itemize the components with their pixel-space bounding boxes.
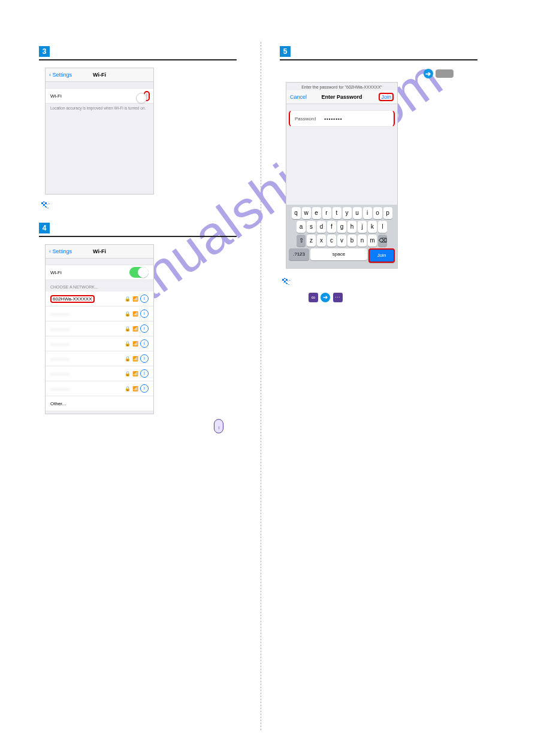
key-j[interactable]: j bbox=[358, 221, 367, 233]
key-z[interactable]: z bbox=[307, 235, 316, 247]
back-button[interactable]: ‹ Settings bbox=[49, 248, 72, 254]
key-c[interactable]: c bbox=[327, 235, 336, 247]
network-row[interactable]: ———— 🔒📶i bbox=[46, 366, 153, 381]
key-p[interactable]: p bbox=[383, 207, 392, 219]
network-row[interactable]: ———— 🔒📶i bbox=[46, 336, 153, 351]
key-t[interactable]: t bbox=[333, 207, 341, 219]
key-i[interactable]: i bbox=[363, 207, 372, 219]
icon-sequence: ∞ ➔ ⋯ bbox=[309, 292, 477, 302]
password-field-row: Password •••••••• bbox=[289, 110, 395, 127]
screenshot-wifi-off: ‹ Settings Wi-Fi Wi-Fi Location accuracy… bbox=[45, 68, 154, 195]
link-icon: ∞ bbox=[309, 293, 318, 302]
step-5-header: 5 bbox=[280, 45, 477, 57]
nav-bar: ‹ Settings Wi-Fi bbox=[46, 68, 153, 82]
choose-network-header: CHOOSE A NETWORK... bbox=[46, 280, 153, 292]
other-network-row[interactable]: Other... bbox=[46, 396, 153, 411]
info-icon[interactable]: i bbox=[140, 384, 149, 393]
key-q[interactable]: q bbox=[292, 207, 301, 219]
info-icon[interactable]: i bbox=[140, 294, 149, 303]
flag-icon bbox=[282, 277, 291, 286]
highlight-wifi-toggle bbox=[144, 91, 150, 101]
key-l[interactable]: l bbox=[378, 221, 387, 233]
key-join[interactable]: Join bbox=[368, 248, 395, 263]
network-row-target[interactable]: 602HWa-XXXXXX 🔒 📶 i bbox=[46, 292, 153, 306]
step-4-rule bbox=[39, 236, 237, 237]
key-n[interactable]: n bbox=[358, 235, 367, 247]
key-w[interactable]: w bbox=[302, 207, 311, 219]
key-y[interactable]: y bbox=[343, 207, 352, 219]
wifi-icon: 📶 bbox=[132, 341, 138, 347]
lock-icon: 🔒 bbox=[125, 386, 131, 391]
wifi-icon: 📶 bbox=[132, 386, 138, 391]
wifi-toggle-off[interactable] bbox=[146, 93, 147, 99]
wifi-icon: 📶 bbox=[132, 311, 138, 317]
info-icon: i bbox=[218, 426, 219, 430]
wifi-help-text: Location accuracy is improved when Wi-Fi… bbox=[46, 104, 153, 113]
key-g[interactable]: g bbox=[337, 221, 346, 233]
key-e[interactable]: e bbox=[312, 207, 321, 219]
lock-icon: 🔒 bbox=[125, 371, 131, 377]
step-number-5: 5 bbox=[280, 46, 291, 57]
wifi-icon: 📶 bbox=[132, 326, 138, 332]
key-r[interactable]: r bbox=[322, 207, 331, 219]
key-x[interactable]: x bbox=[317, 235, 326, 247]
inline-info-hint: i bbox=[39, 419, 223, 433]
flag-icon bbox=[41, 201, 50, 209]
key-b[interactable]: b bbox=[347, 235, 356, 247]
lock-icon: 🔒 bbox=[125, 341, 131, 347]
key-space[interactable]: space bbox=[310, 248, 367, 260]
info-icon[interactable]: i bbox=[140, 324, 149, 333]
network-row[interactable]: ———— 🔒📶i bbox=[46, 351, 153, 366]
finish-flag-3 bbox=[41, 201, 237, 211]
lock-icon: 🔒 bbox=[125, 356, 131, 362]
nav-bar: ‹ Settings Wi-Fi bbox=[46, 245, 153, 259]
link-icon: ⋯ bbox=[333, 293, 343, 302]
cancel-button[interactable]: Cancel bbox=[290, 94, 307, 100]
network-row[interactable]: ———— 🔒📶i bbox=[46, 306, 153, 321]
network-row[interactable]: ———— 🔒📶i bbox=[46, 321, 153, 336]
arrow-icon: ➔ bbox=[321, 293, 330, 302]
key-f[interactable]: f bbox=[327, 221, 336, 233]
key-s[interactable]: s bbox=[307, 221, 316, 233]
highlight-ssid: 602HWa-XXXXXX bbox=[50, 295, 95, 303]
key-d[interactable]: d bbox=[317, 221, 326, 233]
key-v[interactable]: v bbox=[337, 235, 346, 247]
screenshot-enter-password: Enter the password for "602HWa-XXXXXX" C… bbox=[286, 82, 398, 269]
key-a[interactable]: a bbox=[297, 221, 306, 233]
key-k[interactable]: k bbox=[368, 221, 377, 233]
arrow-hint-row: ➔ bbox=[280, 68, 477, 78]
step-3-header: 3 bbox=[39, 45, 237, 57]
wifi-icon: 📶 bbox=[132, 356, 138, 362]
network-row[interactable]: ———— 🔒📶i bbox=[46, 381, 153, 396]
back-button[interactable]: ‹ Settings bbox=[49, 72, 72, 78]
wifi-icon: 📶 bbox=[132, 371, 138, 377]
key-u[interactable]: u bbox=[353, 207, 362, 219]
step-4-header: 4 bbox=[39, 222, 237, 233]
join-button[interactable]: Join bbox=[379, 93, 394, 101]
info-icon[interactable]: i bbox=[140, 309, 149, 318]
step-5-rule bbox=[280, 59, 477, 60]
step-number-4: 4 bbox=[39, 223, 50, 233]
key-backspace[interactable]: ⌫ bbox=[378, 235, 387, 247]
key-numeric[interactable]: .?123 bbox=[289, 248, 309, 260]
step-3-rule bbox=[39, 59, 237, 60]
wifi-icon: 📶 bbox=[132, 296, 138, 302]
info-icon[interactable]: i bbox=[140, 354, 149, 363]
lock-icon: 🔒 bbox=[125, 296, 131, 302]
wifi-toggle-on[interactable] bbox=[129, 267, 149, 278]
lock-icon: 🔒 bbox=[125, 311, 131, 317]
info-icon[interactable]: i bbox=[140, 369, 149, 378]
wifi-row-label: Wi-Fi bbox=[50, 93, 62, 99]
key-shift[interactable]: ⇧ bbox=[297, 235, 306, 247]
key-h[interactable]: h bbox=[347, 221, 356, 233]
key-o[interactable]: o bbox=[373, 207, 382, 219]
finish-flag-5 bbox=[282, 277, 477, 288]
info-icon[interactable]: i bbox=[140, 339, 149, 348]
keyboard: q w e r t y u i o p a s d f g h bbox=[286, 205, 397, 268]
wifi-toggle-row: Wi-Fi bbox=[46, 88, 153, 104]
column-divider bbox=[261, 42, 261, 730]
wifi-toggle-row: Wi-Fi bbox=[46, 265, 153, 280]
arrow-icon: ➔ bbox=[424, 69, 433, 78]
password-input[interactable]: •••••••• bbox=[316, 116, 389, 122]
key-m[interactable]: m bbox=[368, 235, 377, 247]
